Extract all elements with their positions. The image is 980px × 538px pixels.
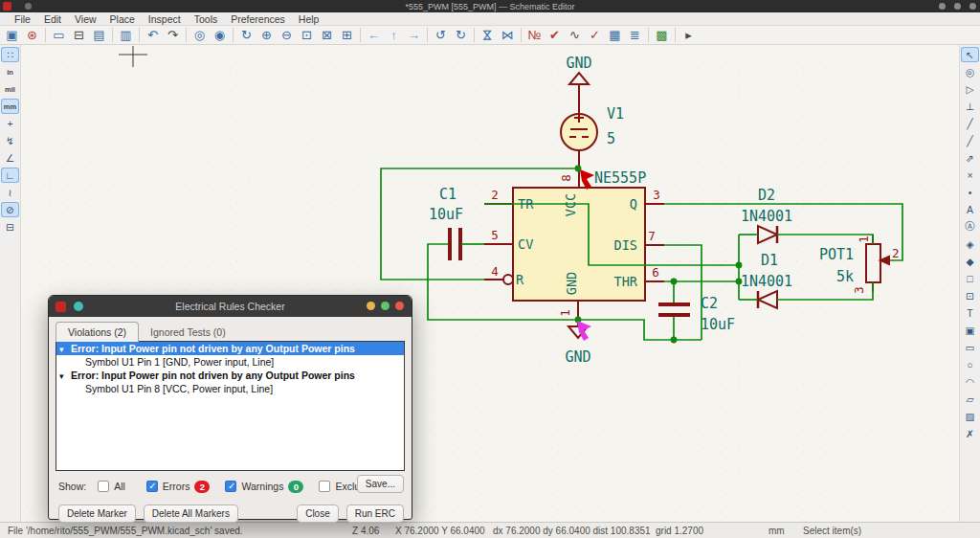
filter-warnings-checkbox[interactable] (225, 481, 236, 492)
zoom-fit-icon[interactable]: ⊡ (297, 27, 317, 44)
text-box-icon[interactable]: ▣ (961, 323, 979, 338)
c2-value[interactable]: 10uF (701, 316, 735, 333)
v1-ref[interactable]: V1 (607, 105, 624, 123)
draw-bus-icon[interactable]: ╱ (961, 133, 979, 148)
undo-icon[interactable]: ↶ (143, 27, 163, 44)
refresh-icon[interactable]: ↻ (236, 27, 256, 44)
violation-detail[interactable]: Symbol U1 Pin 8 [VCC, Power input, Line] (56, 382, 404, 395)
units-inch-icon[interactable]: in (1, 64, 19, 79)
menu-view[interactable]: View (68, 13, 103, 25)
pot1-value[interactable]: 5k (836, 268, 854, 285)
page-settings-icon[interactable]: ▭ (49, 27, 69, 44)
bom-icon[interactable]: ≣ (625, 27, 645, 44)
circle-icon[interactable]: ○ (961, 357, 979, 372)
global-label-icon[interactable]: ◈ (961, 236, 979, 252)
d1-value[interactable]: 1N4001 (741, 273, 792, 290)
draw-wire-icon[interactable]: ╱ (961, 116, 979, 131)
tab-violations[interactable]: Violations (2) (56, 322, 139, 342)
dialog-maximize-button[interactable] (381, 302, 390, 310)
delete-tool-icon[interactable]: ✗ (961, 426, 979, 441)
paste-icon[interactable]: ▥ (116, 27, 136, 44)
redo-icon[interactable]: ↷ (163, 27, 183, 44)
menu-inspect[interactable]: Inspect (142, 13, 188, 25)
menu-edit[interactable]: Edit (37, 13, 68, 25)
dialog-close-button[interactable] (395, 302, 404, 310)
select-tool-icon[interactable]: ↖ (961, 47, 979, 62)
plot-icon[interactable]: ▤ (89, 27, 109, 44)
import-sheet-pin-icon[interactable]: ⊡ (961, 288, 979, 303)
gnd-bottom-label[interactable]: GND (565, 348, 590, 366)
rotate-cw-icon[interactable]: ↻ (451, 27, 471, 44)
nav-forward-icon[interactable]: → (404, 27, 424, 44)
fields-table-icon[interactable]: ▦ (605, 27, 625, 44)
menu-place[interactable]: Place (103, 13, 142, 25)
filter-all-checkbox[interactable] (98, 481, 109, 492)
menu-preferences[interactable]: Preferences (224, 13, 292, 25)
hierarchy-navigator-icon[interactable]: ⊟ (1, 219, 19, 235)
expander-icon[interactable]: ▾ (59, 371, 71, 381)
no-connect-flag-icon[interactable]: × (961, 168, 979, 183)
simulator-icon[interactable]: ∿ (565, 27, 585, 44)
polygon-icon[interactable]: ▱ (961, 392, 979, 407)
rotate-ccw-icon[interactable]: ↺ (431, 27, 451, 44)
pcb-editor-icon[interactable]: ▩ (652, 27, 672, 44)
crosshair-style-icon[interactable]: + (1, 116, 19, 131)
c1-ref[interactable]: C1 (439, 186, 457, 203)
units-mil-icon[interactable]: mil (1, 81, 19, 97)
run-erc-button[interactable]: Run ERC (346, 504, 404, 523)
print-icon[interactable]: ⊟ (69, 27, 89, 44)
save-icon[interactable]: ▣ (2, 27, 22, 44)
tab-ignored-tests[interactable]: Ignored Tests (0) (139, 323, 237, 341)
expander-icon[interactable]: ▾ (59, 345, 71, 354)
units-mm-icon[interactable]: mm (1, 99, 19, 114)
zoom-objects-icon[interactable]: ⊠ (317, 27, 337, 44)
hidden-pins-icon[interactable]: ↯ (1, 133, 19, 148)
filter-errors-checkbox[interactable] (146, 481, 158, 492)
minimize-button[interactable] (939, 3, 946, 10)
symbol-checker-icon[interactable]: ✓ (585, 27, 605, 44)
d2-value[interactable]: 1N4001 (741, 208, 792, 225)
close-button[interactable] (969, 3, 976, 10)
c2-ref[interactable]: C2 (701, 295, 718, 312)
text-icon[interactable]: T (961, 305, 979, 321)
hierarchical-label-icon[interactable]: ◆ (961, 254, 979, 269)
violation-detail[interactable]: Symbol U1 Pin 1 [GND, Power input, Line] (56, 355, 404, 369)
image-icon[interactable]: ▨ (961, 409, 979, 424)
erc-marker-pin8[interactable] (580, 169, 594, 190)
close-button-dialog[interactable]: Close (297, 504, 339, 523)
save-button[interactable]: Save... (357, 475, 404, 493)
menu-file[interactable]: File (8, 13, 37, 25)
schematic-setup-icon[interactable]: ⊛ (22, 27, 42, 44)
junction-icon[interactable]: • (961, 185, 979, 200)
pot1-ref[interactable]: POT1 (819, 246, 854, 263)
filter-exclusions-checkbox[interactable] (319, 481, 330, 492)
u1-value[interactable]: NE555P (594, 169, 646, 187)
highlight-net-icon[interactable]: ◎ (961, 64, 979, 79)
delete-marker-button[interactable]: Delete Marker (58, 504, 136, 523)
nav-back-icon[interactable]: ← (364, 27, 384, 44)
wire-to-bus-entry-icon[interactable]: ⇗ (961, 150, 979, 166)
add-power-icon[interactable]: ⊥ (961, 99, 979, 114)
c1-value[interactable]: 10uF (429, 206, 463, 223)
erc-icon[interactable]: ✔ (545, 27, 565, 44)
gnd-top-label[interactable]: GND (566, 55, 591, 72)
find-replace-icon[interactable]: ◉ (210, 27, 230, 44)
hierarchical-sheet-icon[interactable]: □ (961, 271, 979, 286)
line-angle-90-icon[interactable]: ∟ (1, 168, 19, 183)
menu-help[interactable]: Help (292, 13, 326, 25)
violation-list[interactable]: ▾Error: Input Power pin not driven by an… (56, 341, 405, 471)
line-angle-45-icon[interactable]: ∠ (1, 150, 19, 166)
annotate-icon[interactable]: № (524, 27, 545, 44)
rectangle-icon[interactable]: ▭ (961, 340, 979, 355)
arc-icon[interactable]: ◠ (961, 374, 979, 390)
find-icon[interactable]: ◎ (189, 27, 210, 44)
maximize-button[interactable] (954, 3, 961, 10)
grid-toggle-icon[interactable]: ∷ (1, 47, 19, 62)
erc-exclusions-icon[interactable]: ⊘ (1, 202, 19, 217)
delete-all-markers-button[interactable]: Delete All Markers (144, 504, 238, 523)
zoom-out-icon[interactable]: ⊖ (277, 27, 297, 44)
mirror-vertical-icon[interactable]: ⋈ (479, 25, 497, 45)
line-angle-free-icon[interactable]: ≀ (1, 185, 19, 200)
nav-up-icon[interactable]: ↑ (384, 27, 404, 44)
erc-dialog-titlebar[interactable]: Electrical Rules Checker (49, 296, 412, 317)
